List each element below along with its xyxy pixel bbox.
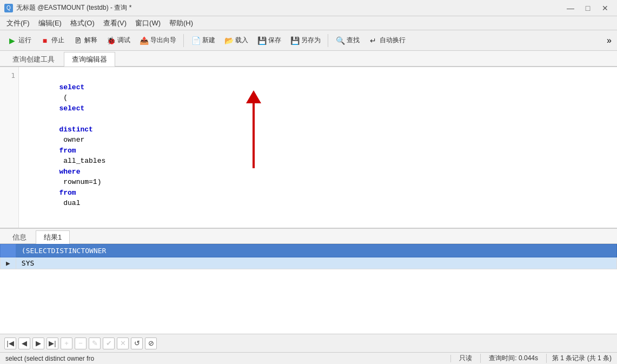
column-header-1[interactable]: (SELECTDISTINCTOWNER xyxy=(16,244,616,257)
menu-file[interactable]: 文件(F) xyxy=(2,17,34,29)
menu-view[interactable]: 查看(V) xyxy=(99,17,131,29)
status-query-time: 查询时间: 0.044s xyxy=(481,354,547,363)
sql-all_tables: all_tables xyxy=(59,157,110,165)
status-bar: select (select distinct owner fro 只读 查询时… xyxy=(0,352,617,364)
menu-edit[interactable]: 编辑(E) xyxy=(34,17,66,29)
tab-query-editor[interactable]: 查询编辑器 xyxy=(64,52,115,67)
debug-label: 调试 xyxy=(117,36,130,45)
export-button[interactable]: 📤 导出向导 xyxy=(135,34,180,48)
toolbar-more[interactable]: » xyxy=(605,36,614,45)
run-button[interactable]: ▶ 运行 xyxy=(3,34,35,48)
separator-1 xyxy=(183,34,184,47)
explain-button[interactable]: 🖹 解释 xyxy=(69,34,101,48)
saveas-button[interactable]: 💾 另存为 xyxy=(286,34,324,48)
save-button[interactable]: 💾 保存 xyxy=(253,34,285,48)
sql-space1 xyxy=(59,115,63,123)
nav-add-button[interactable]: + xyxy=(61,337,72,349)
close-button[interactable]: ✕ xyxy=(598,2,613,14)
minimize-button[interactable]: — xyxy=(563,2,578,14)
sql-rownum: rownum=1) xyxy=(59,178,105,186)
results-area[interactable]: (SELECTDISTINCTOWNER ▶ SYS xyxy=(0,244,617,334)
menu-window[interactable]: 窗口(W) xyxy=(131,17,165,29)
keyword-from1: from xyxy=(59,147,76,155)
cell-value-1: SYS xyxy=(16,257,616,269)
menu-bar: 文件(F) 编辑(E) 格式(O) 查看(V) 窗口(W) 帮助(H) xyxy=(0,16,617,30)
find-label: 查找 xyxy=(347,36,360,45)
nav-next-button[interactable]: ▶ xyxy=(32,337,44,349)
stop-button[interactable]: ■ 停止 xyxy=(36,34,68,48)
explain-label: 解释 xyxy=(84,36,97,45)
window-title: 无标题 @EASTMOUNT (testdb) - 查询 * xyxy=(16,3,131,12)
nav-bar: |◀ ◀ ▶ ▶| + − ✎ ✔ ✕ ↺ ⊘ xyxy=(0,334,617,352)
explain-icon: 🖹 xyxy=(73,36,83,45)
find-icon: 🔍 xyxy=(335,36,345,45)
nav-last-button[interactable]: ▶| xyxy=(47,337,58,349)
save-icon: 💾 xyxy=(257,36,267,45)
stop-label: 停止 xyxy=(51,36,64,45)
table-row[interactable]: ▶ SYS xyxy=(1,257,617,269)
run-icon: ▶ xyxy=(7,36,17,45)
title-left: Q 无标题 @EASTMOUNT (testdb) - 查询 * xyxy=(4,3,131,12)
bottom-tabs: 信息 结果1 xyxy=(0,229,617,244)
keyword-select1: select xyxy=(59,83,84,91)
sql-owner: owner xyxy=(59,136,89,144)
load-label: 载入 xyxy=(235,36,248,45)
nav-prev-button[interactable]: ◀ xyxy=(18,337,30,349)
tab-result1[interactable]: 结果1 xyxy=(36,230,70,244)
line-numbers: 1 xyxy=(0,67,19,228)
saveas-label: 另存为 xyxy=(301,36,321,45)
status-readonly: 只读 xyxy=(451,354,481,363)
new-label: 新建 xyxy=(202,36,215,45)
stop-icon: ■ xyxy=(40,36,50,45)
keyword-select2: select xyxy=(59,104,84,112)
autowrap-label: 自动换行 xyxy=(380,36,406,45)
row-indicator-header xyxy=(1,244,16,257)
nav-first-button[interactable]: |◀ xyxy=(4,337,16,349)
export-icon: 📤 xyxy=(139,36,149,45)
title-controls: — □ ✕ xyxy=(563,2,613,14)
tab-query-builder[interactable]: 查询创建工具 xyxy=(4,52,63,67)
nav-delete-button[interactable]: − xyxy=(75,337,87,349)
load-button[interactable]: 📂 载入 xyxy=(220,34,252,48)
export-label: 导出向导 xyxy=(150,36,176,45)
keyword-from2: from xyxy=(59,189,76,197)
line-number-1: 1 xyxy=(3,71,15,80)
autowrap-button[interactable]: ↵ 自动换行 xyxy=(364,34,409,48)
nav-edit-button[interactable]: ✎ xyxy=(89,337,101,349)
title-bar: Q 无标题 @EASTMOUNT (testdb) - 查询 * — □ ✕ xyxy=(0,0,617,16)
separator-2 xyxy=(328,34,328,47)
tab-info[interactable]: 信息 xyxy=(4,230,35,244)
status-sql-preview: select (select distinct owner fro xyxy=(0,355,451,362)
new-button[interactable]: 📄 新建 xyxy=(187,34,219,48)
maximize-button[interactable]: □ xyxy=(580,2,595,14)
menu-format[interactable]: 格式(O) xyxy=(66,17,99,29)
nav-cancel-nav-button[interactable]: ✕ xyxy=(117,337,129,349)
app-icon: Q xyxy=(4,4,13,12)
code-area[interactable]: select ( select distinct owner from all_… xyxy=(19,67,617,228)
debug-icon: 🐞 xyxy=(106,36,116,45)
nav-refresh-button[interactable]: ↺ xyxy=(131,337,143,349)
toolbar: ▶ 运行 ■ 停止 🖹 解释 🐞 调试 📤 导出向导 📄 新建 📂 载入 💾 保… xyxy=(0,30,617,51)
row-indicator-cell: ▶ xyxy=(1,257,16,269)
nav-save-nav-button[interactable]: ✔ xyxy=(103,337,115,349)
autowrap-icon: ↵ xyxy=(368,36,378,45)
keyword-distinct: distinct xyxy=(59,125,92,134)
find-button[interactable]: 🔍 查找 xyxy=(331,34,363,48)
nav-stop-nav-button[interactable]: ⊘ xyxy=(145,337,157,349)
results-table: (SELECTDISTINCTOWNER ▶ SYS xyxy=(0,244,617,269)
save-label: 保存 xyxy=(268,36,281,45)
editor-area[interactable]: 1 select ( select distinct owner from al… xyxy=(0,67,617,228)
new-icon: 📄 xyxy=(191,36,201,45)
load-icon: 📂 xyxy=(224,36,234,45)
sql-paren-open: ( xyxy=(59,94,68,102)
query-tabs: 查询创建工具 查询编辑器 xyxy=(0,51,617,67)
sql-dual: dual xyxy=(59,199,80,207)
debug-button[interactable]: 🐞 调试 xyxy=(102,34,134,48)
saveas-icon: 💾 xyxy=(290,36,300,45)
editor-content: 1 select ( select distinct owner from al… xyxy=(0,67,617,228)
keyword-where: where xyxy=(59,168,80,176)
menu-help[interactable]: 帮助(H) xyxy=(165,17,197,29)
run-label: 运行 xyxy=(18,36,31,45)
bottom-panel: 信息 结果1 (SELECTDISTINCTOWNER ▶ SYS |◀ ◀ ▶… xyxy=(0,228,617,352)
sql-line-1: select ( select distinct owner from all_… xyxy=(25,71,611,219)
